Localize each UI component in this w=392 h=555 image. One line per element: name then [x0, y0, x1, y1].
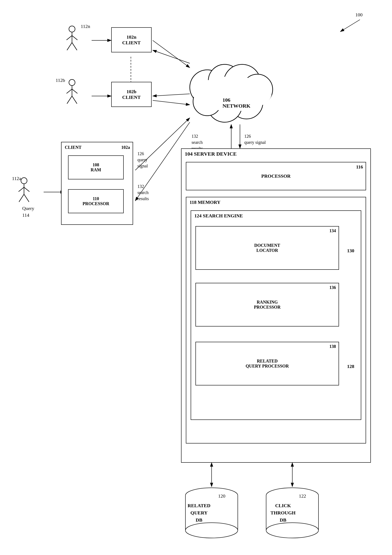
server-device-box: 104 SERVER DEVICE 116 PROCESSOR 118 MEMO…: [181, 148, 371, 463]
network-label: 106 NETWORK: [223, 97, 250, 109]
label-126-right: 126 query signal: [244, 133, 266, 145]
svg-line-54: [19, 194, 24, 202]
figure-112n: [64, 25, 80, 52]
ref-122: 122: [299, 493, 306, 499]
label-126-left: 126 query signal: [138, 151, 148, 169]
svg-line-55: [24, 194, 29, 202]
svg-point-32: [185, 523, 238, 538]
processor-server-label: PROCESSOR: [261, 173, 290, 179]
ref-112n: 112n: [81, 24, 90, 29]
svg-line-15: [153, 50, 190, 63]
doc-locator-label: DOCUMENT LOCATOR: [254, 243, 280, 253]
click-db-label: CLICK THROUGH DB: [270, 502, 296, 524]
client-102n-box: 102n CLIENT: [111, 27, 152, 52]
ranking-label: RANKING PROCESSOR: [254, 300, 281, 310]
ref-134: 134: [329, 228, 336, 233]
svg-line-53: [24, 187, 29, 192]
svg-line-46: [66, 89, 72, 93]
svg-point-38: [69, 26, 75, 32]
svg-line-43: [72, 43, 77, 50]
ref-108: 108: [93, 162, 99, 168]
ref-136: 136: [329, 285, 336, 290]
svg-line-41: [72, 36, 77, 40]
ref-100: 100: [355, 12, 363, 18]
ram-label: RAM: [91, 168, 101, 172]
client-label: CLIENT: [65, 145, 82, 150]
ref-128: 128: [347, 364, 354, 369]
ref-116: 116: [356, 164, 363, 170]
ref-102b-label: 102b: [127, 89, 136, 95]
client-102b-box: 102b CLIENT: [111, 82, 152, 107]
ref-102a: 102a: [121, 145, 130, 150]
query-label: Query 114: [22, 205, 34, 219]
ref-112b: 112b: [56, 78, 65, 83]
svg-line-18: [153, 94, 190, 96]
processor-client-label: PROCESSOR: [82, 201, 109, 206]
svg-point-37: [266, 523, 319, 538]
svg-line-47: [72, 89, 77, 93]
svg-line-48: [67, 96, 72, 104]
label-132-left: 132 search results: [138, 183, 149, 202]
client-b-label: CLIENT: [122, 95, 140, 100]
svg-line-42: [67, 43, 72, 50]
svg-line-19: [153, 100, 190, 105]
svg-line-12: [340, 20, 360, 32]
ref-102n-label: 102n: [127, 34, 136, 40]
svg-point-50: [21, 178, 27, 184]
ref-120: 120: [218, 493, 225, 499]
svg-line-49: [72, 96, 77, 104]
figure-112b: [64, 79, 80, 106]
server-label: 104 SERVER DEVICE: [185, 151, 237, 157]
ref-124-label: 124 SEARCH ENGINE: [194, 213, 243, 219]
svg-line-14: [153, 40, 190, 68]
related-query-label: RELATED QUERY PROCESSOR: [246, 358, 289, 369]
ref-118-label: 118 MEMORY: [189, 199, 221, 205]
svg-line-40: [66, 36, 72, 40]
svg-point-44: [69, 80, 75, 86]
client-102a-outer-box: CLIENT 102a 108 RAM 110 PROCESSOR: [61, 142, 133, 225]
ref-112a: 112a: [12, 176, 21, 181]
svg-line-52: [19, 187, 24, 192]
ref-110: 110: [93, 196, 99, 201]
related-query-db-label: RELATED QUERY DB: [188, 502, 211, 524]
client-n-label: CLIENT: [122, 40, 140, 46]
ref-138: 138: [329, 344, 336, 349]
ref-130: 130: [347, 248, 354, 254]
